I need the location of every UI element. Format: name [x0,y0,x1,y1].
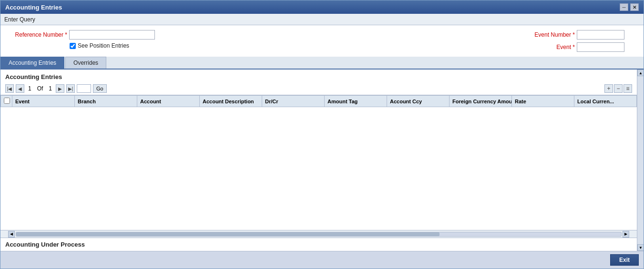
v-scroll-down-btn[interactable]: ▼ [637,244,644,251]
event-number-row: Event Number [518,30,624,40]
col-account: Account [137,96,200,107]
title-bar: Accounting Entries ─ ✕ [0,0,644,14]
col-amount-tag: Amount Tag [325,96,387,107]
menu-bar: Enter Query [0,14,644,25]
v-scroll-track [637,76,644,244]
table-controls: |◀ ◀ 1 Of 1 ▶ ▶| Go + − ≡ [0,82,637,95]
h-scroll-thumb [16,232,440,236]
tab-overrides[interactable]: Overrides [65,57,106,69]
col-account-ccy: Account Ccy [387,96,450,107]
col-rate: Rate [512,96,574,107]
table-header-row: Event Branch Account Account Description… [1,96,637,107]
see-position-checkbox[interactable] [70,43,76,49]
data-table-wrapper[interactable]: Event Branch Account Account Description… [0,95,637,230]
form-left: Reference Number See Position Entries [10,30,155,49]
event-number-label: Event Number [518,31,575,38]
accounting-under-process-title: Accounting Under Process [5,241,85,248]
go-button[interactable]: Go [93,84,107,93]
col-local-currency: Local Curren... [574,96,637,107]
event-label: Event [518,44,575,50]
close-button[interactable]: ✕ [630,3,639,11]
menu-enter-query[interactable]: Enter Query [4,16,35,23]
footer: Exit [0,251,644,269]
menu-button[interactable]: ≡ [624,84,632,93]
title-bar-controls: ─ ✕ [620,3,639,11]
main-window: Accounting Entries ─ ✕ Enter Query Refer… [0,0,644,269]
event-input[interactable] [577,42,624,52]
table-action-buttons: + − ≡ [604,84,632,93]
col-foreign-currency-amount: Foreign Currency Amount [450,96,512,107]
page-total: 1 [49,85,52,92]
col-account-description: Account Description [200,96,262,107]
h-scroll-track[interactable] [16,232,622,237]
main-content: Accounting Entries |◀ ◀ 1 Of 1 ▶ ▶| Go +… [0,70,637,251]
form-row-split: Reference Number See Position Entries Ev… [10,30,634,52]
page-current: 1 [28,85,31,92]
reference-number-input[interactable] [69,30,155,40]
add-row-button[interactable]: + [604,84,613,93]
exit-button[interactable]: Exit [610,254,639,266]
window-title: Accounting Entries [5,4,62,11]
tab-accounting-entries[interactable]: Accounting Entries [0,57,64,69]
col-branch: Branch [75,96,137,107]
nav-last-button[interactable]: ▶| [66,84,75,93]
form-section: Reference Number See Position Entries Ev… [0,25,644,57]
see-position-row: See Position Entries [70,42,155,49]
tabs-bar: Accounting Entries Overrides [0,57,644,70]
nav-first-button[interactable]: |◀ [5,84,14,93]
h-scroll-wrapper: ◀ ▶ [8,231,629,238]
accounting-entries-table: Event Branch Account Account Description… [0,95,637,107]
v-scroll-up-btn[interactable]: ▲ [637,70,644,76]
page-of-label: Of [37,85,43,92]
reference-number-row: Reference Number [10,30,155,40]
event-row: Event [518,42,624,52]
main-body: Accounting Entries |◀ ◀ 1 Of 1 ▶ ▶| Go +… [0,70,644,251]
event-number-input[interactable] [577,30,624,40]
reference-number-label: Reference Number [10,31,67,38]
h-scroll-left-btn[interactable]: ◀ [8,231,15,238]
col-checkbox [1,96,12,107]
see-position-label: See Position Entries [78,42,129,49]
horizontal-scrollbar[interactable]: ◀ ▶ [0,230,637,238]
h-scroll-right-btn[interactable]: ▶ [623,231,629,238]
go-input[interactable] [77,84,91,93]
col-event: Event [12,96,75,107]
nav-next-button[interactable]: ▶ [56,84,64,93]
remove-row-button[interactable]: − [614,84,623,93]
minimize-button[interactable]: ─ [620,3,628,11]
accounting-entries-header: Accounting Entries [0,70,637,82]
bottom-section: Accounting Under Process [0,238,637,251]
right-scrollbar[interactable]: ▲ ▼ [637,70,644,251]
form-right: Event Number Event [518,30,634,52]
col-drcr: Dr/Cr [262,96,325,107]
nav-prev-button[interactable]: ◀ [16,84,24,93]
table-scroll-area: Event Branch Account Account Description… [0,95,637,238]
select-all-checkbox[interactable] [4,98,10,104]
content-area: Reference Number See Position Entries Ev… [0,25,644,269]
